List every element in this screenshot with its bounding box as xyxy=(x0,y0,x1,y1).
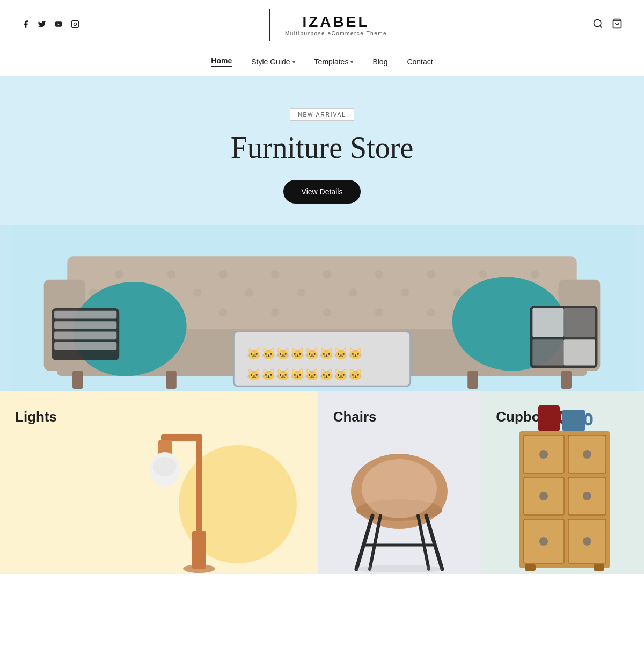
svg-point-16 xyxy=(479,270,488,279)
svg-line-4 xyxy=(600,26,602,28)
nav-templates[interactable]: Templates ▾ xyxy=(314,57,354,66)
svg-rect-78 xyxy=(585,415,591,424)
svg-rect-1 xyxy=(71,20,78,27)
twitter-icon[interactable] xyxy=(38,20,46,31)
svg-rect-57 xyxy=(564,308,595,337)
bag-icon[interactable] xyxy=(612,18,623,32)
svg-point-91 xyxy=(583,537,591,546)
svg-text:🐱🐱🐱🐱🐱🐱🐱🐱: 🐱🐱🐱🐱🐱🐱🐱🐱 xyxy=(247,347,363,361)
svg-point-24 xyxy=(401,288,409,297)
svg-point-10 xyxy=(167,270,175,279)
svg-rect-55 xyxy=(532,308,564,337)
view-details-button[interactable]: View Details xyxy=(283,180,361,204)
chairs-card[interactable]: Chairs xyxy=(318,391,481,574)
brand-tagline: Multipurpose eCommerce Theme xyxy=(285,31,387,37)
svg-point-3 xyxy=(594,20,601,27)
svg-point-25 xyxy=(453,288,462,297)
chair-illustration xyxy=(340,416,458,574)
svg-rect-47 xyxy=(54,332,116,340)
svg-rect-42 xyxy=(561,371,572,389)
svg-point-13 xyxy=(323,270,332,279)
svg-point-86 xyxy=(539,492,548,500)
category-row: Lights Chairs xyxy=(0,391,644,574)
nav-contact[interactable]: Contact xyxy=(407,57,433,66)
svg-rect-48 xyxy=(54,342,116,350)
new-arrival-badge: NEW ARRIVAL xyxy=(290,108,354,121)
instagram-icon[interactable] xyxy=(71,20,79,31)
svg-point-68 xyxy=(362,459,437,518)
nav-blog[interactable]: Blog xyxy=(372,57,387,66)
svg-point-90 xyxy=(539,537,548,546)
templates-chevron: ▾ xyxy=(350,59,353,65)
svg-rect-65 xyxy=(192,531,206,569)
svg-text:🐱🐱🐱🐱🐱🐱🐱🐱: 🐱🐱🐱🐱🐱🐱🐱🐱 xyxy=(247,368,363,382)
svg-rect-77 xyxy=(562,410,585,431)
hero-section: NEW ARRIVAL Furniture Store View Details xyxy=(0,76,644,391)
hero-title: Furniture Store xyxy=(231,130,414,165)
svg-point-15 xyxy=(427,270,436,279)
svg-rect-39 xyxy=(72,371,83,389)
svg-point-22 xyxy=(297,288,306,297)
nav-home[interactable]: Home xyxy=(211,56,232,67)
svg-point-14 xyxy=(375,270,384,279)
search-icon[interactable] xyxy=(592,18,603,32)
svg-rect-92 xyxy=(525,564,536,571)
svg-rect-46 xyxy=(54,321,116,329)
main-nav: Home Style Guide ▾ Templates ▾ Blog Cont… xyxy=(0,50,644,76)
svg-point-9 xyxy=(115,270,123,279)
svg-rect-59 xyxy=(196,434,202,531)
svg-point-83 xyxy=(583,450,591,459)
social-icons xyxy=(21,20,79,31)
youtube-icon[interactable] xyxy=(54,20,63,30)
svg-rect-56 xyxy=(532,339,564,365)
style-guide-chevron: ▾ xyxy=(292,59,295,65)
brand-name: IZABEL xyxy=(285,13,387,31)
nav-style-guide[interactable]: Style Guide ▾ xyxy=(251,57,295,66)
svg-rect-45 xyxy=(54,311,116,319)
cupboard-card[interactable]: Cupboard xyxy=(481,391,644,574)
svg-rect-75 xyxy=(538,405,560,431)
svg-point-11 xyxy=(219,270,228,279)
sofa-image: 🐱🐱🐱🐱🐱🐱🐱🐱 🐱🐱🐱🐱🐱🐱🐱🐱 xyxy=(0,225,644,391)
svg-point-32 xyxy=(323,308,332,317)
svg-point-21 xyxy=(245,288,254,297)
header-actions xyxy=(592,18,623,32)
lights-title: Lights xyxy=(15,409,303,425)
logo[interactable]: IZABEL Multipurpose eCommerce Theme xyxy=(269,9,402,41)
svg-rect-58 xyxy=(564,339,595,365)
svg-point-30 xyxy=(219,308,228,317)
sofa-svg: 🐱🐱🐱🐱🐱🐱🐱🐱 🐱🐱🐱🐱🐱🐱🐱🐱 xyxy=(0,225,644,391)
svg-point-34 xyxy=(427,308,436,317)
lights-illustration xyxy=(145,424,284,574)
svg-rect-40 xyxy=(166,371,176,389)
svg-rect-41 xyxy=(467,371,478,389)
header: IZABEL Multipurpose eCommerce Theme xyxy=(0,0,644,50)
svg-point-87 xyxy=(583,492,591,500)
svg-rect-93 xyxy=(594,564,604,571)
svg-point-17 xyxy=(531,270,539,279)
svg-point-31 xyxy=(271,308,280,317)
svg-point-12 xyxy=(271,270,280,279)
svg-point-63 xyxy=(153,457,177,476)
svg-point-33 xyxy=(375,308,384,317)
facebook-icon[interactable] xyxy=(21,20,30,31)
svg-point-82 xyxy=(539,450,548,459)
svg-point-20 xyxy=(193,288,202,297)
svg-point-23 xyxy=(349,288,357,297)
cupboard-illustration xyxy=(509,400,616,574)
lights-card[interactable]: Lights xyxy=(0,391,318,574)
